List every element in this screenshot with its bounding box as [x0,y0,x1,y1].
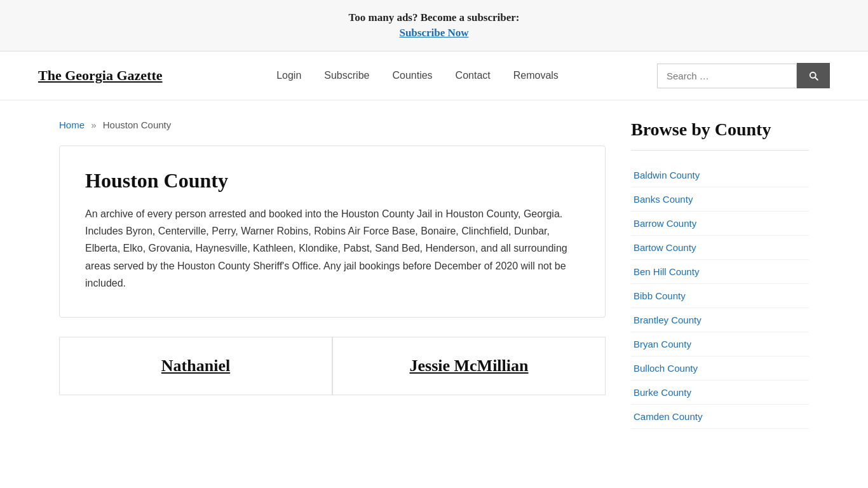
county-link-brantley[interactable]: Brantley County [631,308,809,332]
site-logo[interactable]: The Georgia Gazette [38,67,178,84]
list-item: Banks County [631,187,809,212]
list-item: Brantley County [631,308,809,332]
county-link-bartow[interactable]: Bartow County [631,236,809,259]
county-link-burke[interactable]: Burke County [631,381,809,404]
county-link-baldwin[interactable]: Baldwin County [631,163,809,187]
main-content: Home » Houston County Houston County An … [59,119,606,429]
search-icon [808,70,819,81]
list-item: Bartow County [631,236,809,260]
nav-login[interactable]: Login [276,70,301,81]
banner-text: Too many ads? Become a subscriber: [348,11,519,24]
top-banner: Too many ads? Become a subscriber: Subsc… [0,0,868,51]
person-card-0: Nathaniel [59,337,332,395]
list-item: Bryan County [631,332,809,356]
list-item: Barrow County [631,212,809,236]
article-body: An archive of every person arrested and … [85,205,580,292]
site-header: The Georgia Gazette Login Subscribe Coun… [0,51,868,100]
search-button[interactable] [797,63,830,88]
list-item: Baldwin County [631,163,809,187]
nav-contact[interactable]: Contact [456,70,491,81]
person-name-1[interactable]: Jessie McMillian [346,356,592,376]
sidebar: Browse by County Baldwin County Banks Co… [631,119,809,429]
county-link-bulloch[interactable]: Bulloch County [631,356,809,380]
list-item: Burke County [631,381,809,405]
county-link-bibb[interactable]: Bibb County [631,284,809,308]
person-name-0[interactable]: Nathaniel [72,356,319,376]
breadcrumb-current: Houston County [103,119,172,130]
search-area [657,63,830,88]
nav-subscribe[interactable]: Subscribe [324,70,369,81]
sidebar-title: Browse by County [631,119,809,151]
person-card-1: Jessie McMillian [332,337,606,395]
nav-counties[interactable]: Counties [392,70,432,81]
county-link-bryan[interactable]: Bryan County [631,332,809,356]
county-list: Baldwin County Banks County Barrow Count… [631,163,809,429]
nav-removals[interactable]: Removals [513,70,559,81]
breadcrumb: Home » Houston County [59,119,606,130]
article-title: Houston County [85,169,580,193]
person-cards-row: Nathaniel Jessie McMillian [59,337,606,395]
list-item: Bibb County [631,284,809,308]
subscribe-now-link[interactable]: Subscribe Now [13,27,855,39]
content-wrapper: Home » Houston County Houston County An … [21,100,847,448]
county-link-camden[interactable]: Camden County [631,405,809,428]
list-item: Bulloch County [631,356,809,381]
county-link-barrow[interactable]: Barrow County [631,212,809,235]
breadcrumb-separator: » [91,119,96,130]
main-nav: Login Subscribe Counties Contact Removal… [191,70,644,81]
breadcrumb-home[interactable]: Home [59,119,85,130]
article-card: Houston County An archive of every perso… [59,146,606,318]
county-link-banks[interactable]: Banks County [631,187,809,211]
county-link-benhill[interactable]: Ben Hill County [631,260,809,283]
search-input[interactable] [657,64,797,88]
list-item: Ben Hill County [631,260,809,284]
list-item: Camden County [631,405,809,429]
